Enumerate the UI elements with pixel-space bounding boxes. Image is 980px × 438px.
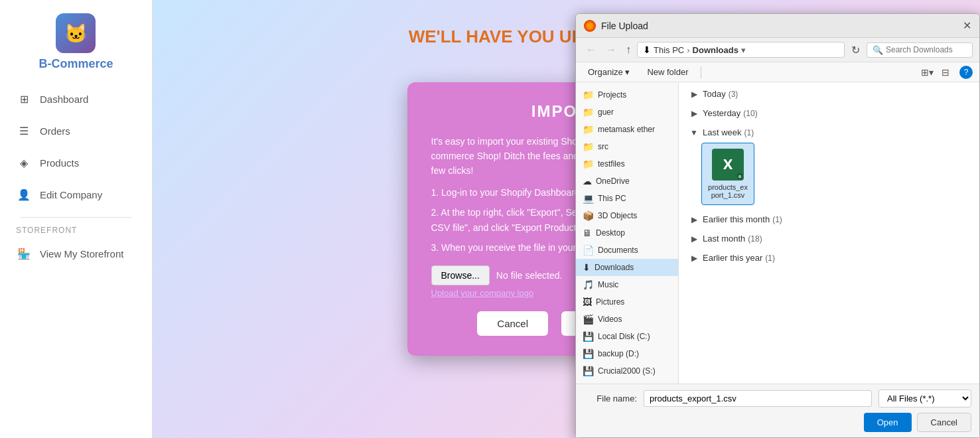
folder-icon: 📁 <box>583 141 594 152</box>
left-pane-item-downloads[interactable]: ⬇ Downloads <box>576 259 678 276</box>
sidebar-label-storefront: View My Storefront <box>40 248 123 259</box>
folder-icon: 📁 <box>583 107 594 117</box>
section-last-week-row[interactable]: ▼ Last week (1) <box>685 125 973 140</box>
folder-icon: 📁 <box>583 124 594 135</box>
dialog-open-button[interactable]: Open <box>864 413 912 432</box>
refresh-button[interactable]: ↻ <box>847 42 864 58</box>
orders-icon: ☰ <box>16 123 32 139</box>
dialog-cancel-button[interactable]: Cancel <box>917 413 971 432</box>
section-yesterday-row[interactable]: ▶ Yesterday (10) <box>685 106 973 121</box>
section-yesterday: ▶ Yesterday (10) <box>685 106 973 121</box>
music-icon: 🎵 <box>583 279 594 290</box>
dialog-bottom: File name: All Files (*.*) Open Cancel <box>576 384 979 437</box>
filename-label: File name: <box>584 394 637 403</box>
search-input[interactable] <box>886 45 959 54</box>
main-content: WE'LL HAVE YOU UP AND RUNNING... ✕ IMPOR… <box>153 0 980 438</box>
dialog-close-button[interactable]: ✕ <box>963 19 971 32</box>
right-pane: ▶ Today (3) ▶ Yesterday (10) ▼ Last <box>679 82 979 384</box>
organize-button[interactable]: Organize ▾ <box>583 65 635 79</box>
section-earlier-month-arrow: ▶ <box>689 215 699 224</box>
storefront-icon: 🏪 <box>16 246 32 261</box>
left-pane-item-guer[interactable]: 📁 guer <box>576 104 678 121</box>
pictures-icon: 🖼 <box>583 297 592 307</box>
logo-icon: 🐱 <box>56 13 96 53</box>
section-last-month: ▶ Last month (18) <box>685 231 973 246</box>
drive-icon: 💾 <box>583 348 594 359</box>
filetype-select[interactable]: All Files (*.*) <box>878 390 971 407</box>
sidebar-item-edit-company[interactable]: 👤 Edit Company <box>7 180 145 209</box>
filename-row: File name: All Files (*.*) <box>584 390 971 407</box>
left-pane-item-onedrive[interactable]: ☁ OneDrive <box>576 173 678 190</box>
new-folder-button[interactable]: New folder <box>642 65 693 79</box>
left-pane-item-3dobjects[interactable]: 📦 3D Objects <box>576 207 678 224</box>
left-pane-item-videos[interactable]: 🎬 Videos <box>576 311 678 328</box>
left-pane-item-localc[interactable]: 💾 Local Disk (C:) <box>576 328 678 345</box>
downloads-icon: ⬇ <box>583 262 591 273</box>
breadcrumb-thispc[interactable]: This PC <box>654 45 684 55</box>
breadcrumb-current[interactable]: Downloads <box>693 45 738 55</box>
section-today: ▶ Today (3) <box>685 86 973 102</box>
dialog-body: 📁 Projects 📁 guer 📁 metamask ether 📁 src… <box>576 82 979 384</box>
dialog-toolbar: Organize ▾ New folder ⊞▾ ⊟ ? <box>576 62 979 82</box>
left-pane-item-crucial[interactable]: 💾 Crucial2000 (S:) <box>576 362 678 380</box>
left-pane: 📁 Projects 📁 guer 📁 metamask ether 📁 src… <box>576 82 679 384</box>
brand-name: B-Commerce <box>38 57 113 71</box>
section-earlier-month-row[interactable]: ▶ Earlier this month (1) <box>685 212 973 227</box>
section-last-month-arrow: ▶ <box>689 234 699 244</box>
dashboard-icon: ⊞ <box>16 91 32 107</box>
left-pane-item-testfiles[interactable]: 📁 testfiles <box>576 155 678 173</box>
dialog-navbar: ← → ↑ ⬇ This PC › Downloads ▾ ↻ 🔍 <box>576 38 979 62</box>
browse-button[interactable]: Browse... <box>431 265 490 285</box>
sidebar-item-products[interactable]: ◈ Products <box>7 148 145 177</box>
dialog-title-left: File Upload <box>584 20 648 32</box>
left-pane-item-pictures[interactable]: 🖼 Pictures <box>576 293 678 311</box>
logo-area: 🐱 B-Commerce <box>38 13 113 71</box>
dialog-title-text: File Upload <box>601 21 648 31</box>
filename-input[interactable] <box>644 390 872 407</box>
firefox-icon <box>584 20 596 32</box>
breadcrumb-dropdown[interactable]: ▾ <box>741 45 746 55</box>
left-pane-item-metamask[interactable]: 📁 metamask ether <box>576 121 678 138</box>
section-today-row[interactable]: ▶ Today (3) <box>685 86 973 102</box>
forward-button[interactable]: → <box>602 42 620 57</box>
section-today-arrow: ▶ <box>689 90 699 99</box>
left-pane-item-backupd[interactable]: 💾 backup (D:) <box>576 345 678 362</box>
section-last-month-row[interactable]: ▶ Last month (18) <box>685 231 973 246</box>
dialog-action-row: Open Cancel <box>584 413 971 432</box>
folder-icon: 📁 <box>583 159 594 169</box>
sidebar-item-orders[interactable]: ☰ Orders <box>7 116 145 145</box>
search-icon: 🔍 <box>873 45 883 55</box>
sidebar: 🐱 B-Commerce ⊞ Dashboard ☰ Orders ◈ Prod… <box>0 0 153 438</box>
sidebar-label-orders: Orders <box>40 125 70 137</box>
videos-icon: 🎬 <box>583 314 594 325</box>
products-icon: ◈ <box>16 155 32 171</box>
view-details-button[interactable]: ⊞▾ <box>918 66 937 79</box>
download-folder-icon: ⬇ <box>643 44 651 55</box>
left-pane-item-documents[interactable]: 📄 Documents <box>576 242 678 259</box>
sidebar-divider <box>21 217 131 218</box>
file-name-label: products_export_1.csv <box>707 183 748 199</box>
left-pane-item-desktop[interactable]: 🖥 Desktop <box>576 224 678 242</box>
sidebar-label-products: Products <box>40 157 79 169</box>
up-button[interactable]: ↑ <box>622 42 634 57</box>
edit-company-icon: 👤 <box>16 186 32 202</box>
desktop-icon: 🖥 <box>583 228 592 238</box>
left-pane-item-src[interactable]: 📁 src <box>576 138 678 155</box>
sidebar-item-view-storefront[interactable]: 🏪 View My Storefront <box>7 239 145 268</box>
section-earlier-year-row[interactable]: ▶ Earlier this year (1) <box>685 250 973 265</box>
sidebar-nav: ⊞ Dashboard ☰ Orders ◈ Products 👤 Edit C… <box>0 84 152 271</box>
pc-icon: 💻 <box>583 193 594 204</box>
cancel-button[interactable]: Cancel <box>477 311 548 336</box>
left-pane-item-thispc[interactable]: 💻 This PC <box>576 190 678 207</box>
left-pane-item-music[interactable]: 🎵 Music <box>576 276 678 293</box>
left-pane-item-projects[interactable]: 📁 Projects <box>576 86 678 104</box>
file-item-products-export[interactable]: X a products_export_1.csv <box>701 143 754 205</box>
onedrive-icon: ☁ <box>583 176 592 186</box>
section-last-week: ▼ Last week (1) X a products_export_1.cs… <box>685 125 973 208</box>
back-button[interactable]: ← <box>583 42 600 57</box>
toolbar-separator <box>701 66 701 78</box>
help-button[interactable]: ? <box>959 66 973 79</box>
sidebar-item-dashboard[interactable]: ⊞ Dashboard <box>7 84 145 113</box>
folder-icon: 📁 <box>583 90 594 100</box>
view-layout-button[interactable]: ⊟ <box>938 66 953 79</box>
